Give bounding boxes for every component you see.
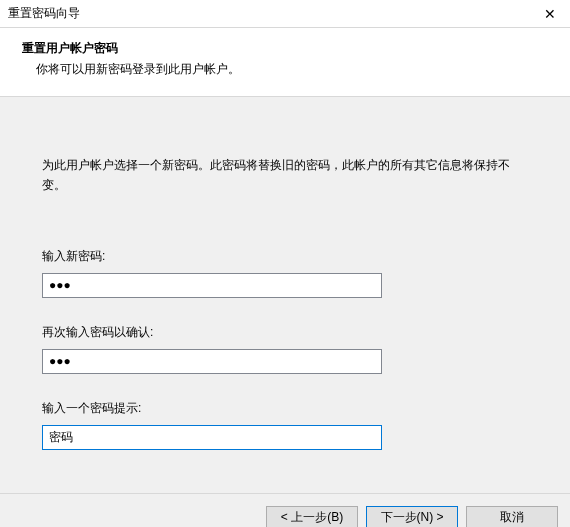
hint-group: 输入一个密码提示: [42,400,528,450]
confirm-password-input[interactable] [42,349,382,374]
header-subtitle: 你将可以用新密码登录到此用户帐户。 [22,61,548,78]
confirm-password-group: 再次输入密码以确认: [42,324,528,374]
close-button[interactable]: ✕ [530,0,570,28]
back-button[interactable]: < 上一步(B) [266,506,358,528]
hint-label: 输入一个密码提示: [42,400,528,417]
close-icon: ✕ [544,6,556,22]
next-button[interactable]: 下一步(N) > [366,506,458,528]
wizard-footer: < 上一步(B) 下一步(N) > 取消 [0,493,570,527]
confirm-password-label: 再次输入密码以确认: [42,324,528,341]
new-password-input[interactable] [42,273,382,298]
window-title: 重置密码向导 [8,5,80,22]
hint-input[interactable] [42,425,382,450]
header-title: 重置用户帐户密码 [22,40,548,57]
wizard-content: 为此用户帐户选择一个新密码。此密码将替换旧的密码，此帐户的所有其它信息将保持不变… [0,97,570,493]
cancel-button[interactable]: 取消 [466,506,558,528]
titlebar: 重置密码向导 ✕ [0,0,570,28]
new-password-label: 输入新密码: [42,248,528,265]
wizard-header: 重置用户帐户密码 你将可以用新密码登录到此用户帐户。 [0,28,570,97]
description-text: 为此用户帐户选择一个新密码。此密码将替换旧的密码，此帐户的所有其它信息将保持不变… [42,155,528,196]
new-password-group: 输入新密码: [42,248,528,298]
